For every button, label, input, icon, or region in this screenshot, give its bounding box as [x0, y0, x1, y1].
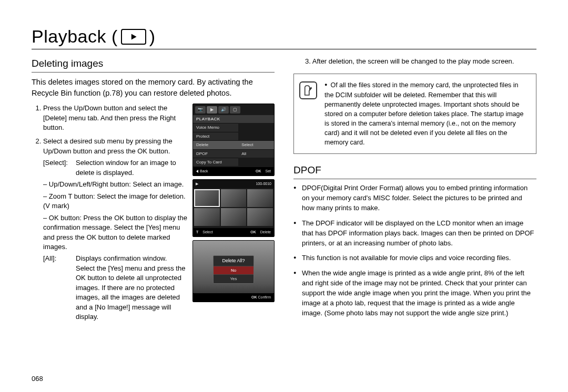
bullet-item: When the wide angle image is printed as …: [293, 269, 536, 318]
lcd-foot-confirm: OK Confirm: [193, 293, 274, 302]
intro-text: This deletes images stored on the memory…: [32, 77, 275, 98]
menu-item: Voice Memo: [193, 123, 238, 131]
dpof-bullets: DPOF(Digital Print Order Format) allows …: [293, 183, 536, 318]
substep-ok: – OK button: Press the OK button to disp…: [43, 213, 187, 252]
tab-camera-icon: 📷: [195, 106, 206, 114]
menu-item: Copy To Card: [193, 158, 238, 166]
step-1: Press the Up/Down button and select the …: [43, 104, 187, 132]
note-box: Of all the files stored in the memory ca…: [293, 74, 536, 154]
thumbnail: [247, 208, 273, 226]
play-mode-icon: ▶: [196, 181, 198, 187]
menu-item: DPOF: [193, 149, 238, 158]
thumbnail: [221, 189, 247, 207]
select-val: Selection window for an image to delete …: [76, 158, 187, 178]
right-column: 3. After deletion, the screen will be ch…: [293, 57, 536, 326]
svg-marker-0: [131, 34, 137, 39]
thumbnail: [247, 189, 273, 207]
section-heading-dpof: DPOF: [293, 163, 536, 179]
step-2-text: Select a desired sub menu by pressing th…: [43, 137, 173, 154]
page-title: Playback ( ): [32, 26, 536, 47]
play-icon: [121, 29, 146, 45]
title-divider: [32, 49, 536, 49]
lcd-menu-screenshot: 📷 ▶ 🔊 ▢ PLAYBACK Voice Memo Protect Dele…: [192, 104, 275, 176]
lcd-grid-screenshot: ▶ 100-0010 T Select: [192, 179, 275, 237]
step-3: 3. After deletion, the screen will be ch…: [305, 57, 536, 66]
select-key: [Select]:: [43, 158, 73, 178]
lcd-confirm-screenshot: Delete All? No Yes OK Confirm: [192, 240, 275, 302]
menu-item: Protect: [193, 132, 238, 140]
thumbnail: [194, 208, 220, 226]
submenu-item-selected: Select: [238, 140, 274, 149]
thumbnail: [221, 208, 247, 226]
page-number: 068: [32, 375, 43, 383]
substep-zoom: – Zoom T button: Select the image for de…: [43, 192, 187, 211]
tab-sound-icon: 🔊: [218, 106, 229, 114]
lcd-foot-select: T Select: [196, 230, 213, 235]
substep-select: [Select]: Selection window for an image …: [43, 158, 187, 178]
steps-list: Press the Up/Down button and select the …: [32, 104, 187, 326]
note-icon: [299, 81, 317, 99]
confirm-yes: Yes: [214, 274, 253, 283]
note-text: Of all the files stored in the memory ca…: [324, 80, 529, 147]
all-key: [All]:: [43, 254, 73, 322]
bullet-item: This function is not available for movie…: [293, 253, 536, 263]
all-val: Displays confirmation window. Select the…: [76, 254, 187, 322]
confirm-dialog: Delete All? No Yes: [213, 255, 254, 283]
substep-all: [All]: Displays confirmation window. Sel…: [43, 254, 187, 322]
bullet-item: The DPOF indicator will be displayed on …: [293, 219, 536, 249]
counter: 100-0010: [256, 181, 271, 187]
lcd-foot-delete: OK Delete: [250, 230, 271, 235]
tab-play-icon: ▶: [207, 106, 217, 114]
submenu-item: All: [238, 149, 274, 158]
lcd-foot-back: Back: [196, 169, 208, 174]
menu-item-selected: Delete: [193, 140, 238, 149]
lcd-screenshot-stack: 📷 ▶ 🔊 ▢ PLAYBACK Voice Memo Protect Dele…: [192, 104, 275, 326]
title-suffix: ): [149, 26, 156, 47]
tab-display-icon: ▢: [230, 106, 240, 114]
confirm-question: Delete All?: [214, 256, 253, 266]
lcd-foot-set: OK Set: [256, 169, 271, 174]
substep-updown: – Up/Down/Left/Right button: Select an i…: [43, 180, 187, 189]
title-prefix: Playback (: [32, 26, 118, 47]
confirm-no: No: [214, 266, 253, 274]
section-heading-deleting: Deleting images: [32, 57, 275, 73]
thumbnail: [194, 189, 220, 207]
lcd-header: PLAYBACK: [193, 115, 274, 123]
left-column: Deleting images This deletes images stor…: [32, 57, 275, 326]
bullet-item: DPOF(Digital Print Order Format) allows …: [293, 183, 536, 213]
step-2: Select a desired sub menu by pressing th…: [43, 137, 187, 322]
